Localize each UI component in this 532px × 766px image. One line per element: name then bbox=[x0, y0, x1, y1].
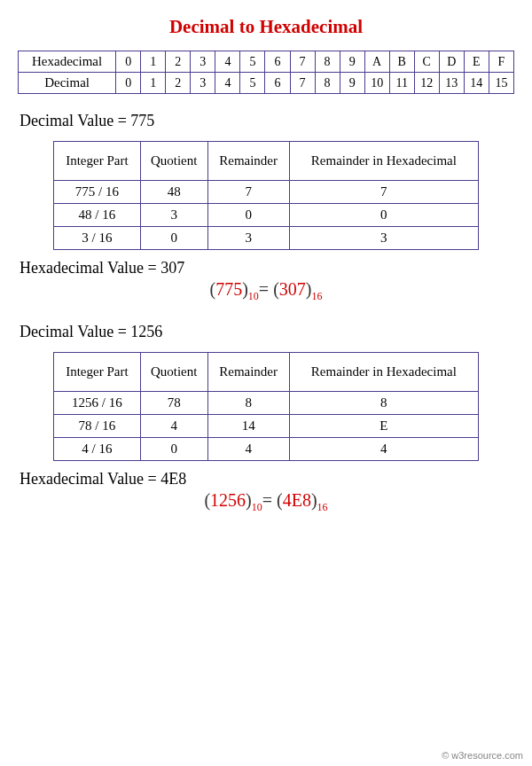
hex-cell: C bbox=[414, 51, 439, 73]
dec-row-label: Decimal bbox=[19, 73, 116, 94]
cell: 4 bbox=[207, 438, 289, 461]
table-row: 48 / 16 3 0 0 bbox=[54, 204, 479, 227]
eq-left-base: 10 bbox=[248, 290, 259, 302]
cell: 3 bbox=[207, 227, 289, 250]
dec-cell: 13 bbox=[439, 73, 464, 94]
hex-cell: 4 bbox=[215, 51, 240, 73]
decimal-value-label: Decimal Value = 775 bbox=[20, 112, 512, 130]
cell: 3 / 16 bbox=[54, 227, 141, 250]
dec-cell: 15 bbox=[489, 73, 513, 94]
equation-2: (1256)10= (4E8)16 bbox=[20, 490, 512, 514]
eq-left: 1256 bbox=[210, 490, 246, 510]
footer-credit: © w3resource.com bbox=[442, 750, 523, 761]
hex-cell: 7 bbox=[290, 51, 315, 73]
hex-dec-mapping-table: Hexadecimal 0 1 2 3 4 5 6 7 8 9 A B C D … bbox=[18, 51, 514, 94]
hex-cell: 1 bbox=[141, 51, 166, 73]
cell: 0 bbox=[207, 204, 289, 227]
table-row: 4 / 16 0 4 4 bbox=[54, 438, 479, 461]
eq-right: 4E8 bbox=[283, 490, 311, 510]
decimal-value-label: Decimal Value = 1256 bbox=[20, 323, 512, 341]
dec-cell: 1 bbox=[141, 73, 166, 94]
cell: 48 bbox=[140, 181, 207, 204]
dec-cell: 6 bbox=[265, 73, 290, 94]
eq-right-base: 16 bbox=[317, 501, 328, 513]
hex-row-label: Hexadecimal bbox=[19, 51, 116, 73]
table-row: 3 / 16 0 3 3 bbox=[54, 227, 479, 250]
col-remainder: Remainder bbox=[207, 353, 289, 392]
dec-cell: 14 bbox=[464, 73, 489, 94]
eq-right-base: 16 bbox=[311, 290, 322, 302]
col-remainder-hex: Remainder in Hexadecimal bbox=[289, 142, 478, 181]
dec-cell: 10 bbox=[364, 73, 389, 94]
hex-cell: 9 bbox=[340, 51, 364, 73]
dec-cell: 11 bbox=[389, 73, 414, 94]
hex-cell: E bbox=[464, 51, 489, 73]
cell: 4 bbox=[140, 415, 207, 438]
hex-cell: 8 bbox=[315, 51, 340, 73]
dec-cell: 7 bbox=[290, 73, 315, 94]
eq-left: 775 bbox=[215, 279, 242, 299]
col-integer-part: Integer Part bbox=[54, 353, 141, 392]
dec-cell: 0 bbox=[116, 73, 141, 94]
cell: 4 / 16 bbox=[54, 438, 141, 461]
hexadecimal-value-label: Hexadecimal Value = 4E8 bbox=[20, 470, 512, 489]
cell: 3 bbox=[140, 204, 207, 227]
table-row: 78 / 16 4 14 E bbox=[54, 415, 479, 438]
cell: 8 bbox=[289, 392, 478, 415]
dec-cell: 5 bbox=[240, 73, 265, 94]
table-row: Integer Part Quotient Remainder Remainde… bbox=[54, 353, 479, 392]
cell: 8 bbox=[207, 392, 289, 415]
hex-cell: 5 bbox=[240, 51, 265, 73]
page-title: Decimal to Hexadecimal bbox=[0, 0, 532, 51]
table-row: Decimal 0 1 2 3 4 5 6 7 8 9 10 11 12 13 … bbox=[19, 73, 514, 94]
cell: 3 bbox=[289, 227, 478, 250]
dec-cell: 2 bbox=[166, 73, 191, 94]
col-integer-part: Integer Part bbox=[54, 142, 141, 181]
dec-cell: 12 bbox=[414, 73, 439, 94]
cell: 14 bbox=[207, 415, 289, 438]
hex-cell: 2 bbox=[166, 51, 191, 73]
table-row: 775 / 16 48 7 7 bbox=[54, 181, 479, 204]
hex-cell: B bbox=[389, 51, 414, 73]
dec-cell: 8 bbox=[315, 73, 340, 94]
eq-left-base: 10 bbox=[252, 501, 262, 513]
cell: 0 bbox=[140, 227, 207, 250]
hex-cell: 6 bbox=[265, 51, 290, 73]
col-remainder: Remainder bbox=[207, 142, 289, 181]
hex-cell: A bbox=[364, 51, 389, 73]
hexadecimal-value-label: Hexadecimal Value = 307 bbox=[20, 259, 512, 277]
cell: E bbox=[289, 415, 478, 438]
cell: 4 bbox=[289, 438, 478, 461]
dec-cell: 9 bbox=[340, 73, 364, 94]
col-quotient: Quotient bbox=[140, 142, 207, 181]
table-row: Hexadecimal 0 1 2 3 4 5 6 7 8 9 A B C D … bbox=[19, 51, 514, 73]
cell: 1256 / 16 bbox=[54, 392, 141, 415]
hex-cell: D bbox=[439, 51, 464, 73]
cell: 7 bbox=[289, 181, 478, 204]
cell: 775 / 16 bbox=[54, 181, 141, 204]
table-row: 1256 / 16 78 8 8 bbox=[54, 392, 479, 415]
dec-cell: 4 bbox=[215, 73, 240, 94]
calc-table-1: Integer Part Quotient Remainder Remainde… bbox=[53, 141, 479, 250]
hex-cell: F bbox=[489, 51, 513, 73]
col-remainder-hex: Remainder in Hexadecimal bbox=[289, 353, 478, 392]
example-1: Decimal Value = 775 Integer Part Quotien… bbox=[20, 112, 512, 303]
dec-cell: 3 bbox=[191, 73, 215, 94]
table-row: Integer Part Quotient Remainder Remainde… bbox=[54, 142, 479, 181]
cell: 0 bbox=[140, 438, 207, 461]
cell: 0 bbox=[289, 204, 478, 227]
cell: 48 / 16 bbox=[54, 204, 141, 227]
cell: 78 bbox=[140, 392, 207, 415]
equation-1: (775)10= (307)16 bbox=[20, 279, 512, 303]
cell: 7 bbox=[207, 181, 289, 204]
eq-right: 307 bbox=[279, 279, 306, 299]
hex-cell: 0 bbox=[116, 51, 141, 73]
example-2: Decimal Value = 1256 Integer Part Quotie… bbox=[20, 323, 512, 514]
hex-cell: 3 bbox=[191, 51, 215, 73]
calc-table-2: Integer Part Quotient Remainder Remainde… bbox=[53, 352, 479, 461]
cell: 78 / 16 bbox=[54, 415, 141, 438]
col-quotient: Quotient bbox=[140, 353, 207, 392]
